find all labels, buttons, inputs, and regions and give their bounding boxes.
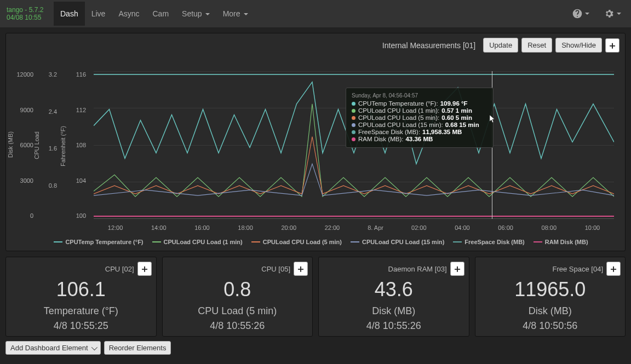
y-tick: 3.2 (38, 71, 57, 78)
card-label: Disk (MB) (480, 305, 621, 317)
card-time: 4/8 10:55:26 (323, 320, 464, 332)
x-tick: 16:00 (180, 224, 223, 231)
y-tick: 12000 (12, 71, 33, 78)
card-header: Daemon RAM [03] ＋ (323, 262, 464, 276)
y-tick: 9000 (12, 107, 33, 113)
y-tick: 0.8 (38, 182, 57, 189)
plus-icon: ＋ (452, 262, 462, 275)
nav-right (566, 4, 627, 24)
legend-item[interactable]: CPULoad CPU Load (5 min) (251, 239, 342, 245)
expand-card-button[interactable]: ＋ (450, 262, 464, 276)
add-element-label: Add Dashboard Element (10, 344, 88, 352)
chart-legend: CPUTemp Temperature (°F)CPULoad CPU Load… (12, 235, 619, 246)
expand-chart-button[interactable]: ＋ (605, 38, 619, 53)
card-value: 106.1 (10, 278, 152, 301)
chevron-down-icon (91, 344, 97, 350)
card-header: Free Space [04] ＋ (480, 262, 621, 276)
reset-button[interactable]: Reset (521, 38, 552, 53)
tab-setup[interactable]: Setup (175, 2, 216, 26)
chart-title: Internal Measurements [01] (382, 41, 475, 50)
gear-icon (604, 8, 615, 19)
showhide-button[interactable]: Show/Hide (555, 38, 602, 53)
x-tick: 20:00 (267, 224, 311, 231)
chart-panel: Internal Measurements [01] Update Reset … (5, 33, 626, 251)
legend-item[interactable]: CPULoad CPU Load (15 min) (351, 239, 444, 245)
expand-card-button[interactable]: ＋ (137, 262, 152, 276)
navbar: tango - 5.7.2 04/08 10:55 Dash Live Asyn… (0, 0, 631, 27)
card-time: 4/8 10:55:25 (10, 320, 152, 332)
metric-card: CPU [05] ＋ 0.8 CPU Load (5 min) 4/8 10:5… (162, 257, 313, 337)
y-axis-2: 3.2 2.4 1.6 0.8 (38, 71, 57, 219)
cards-row: CPU [02] ＋ 106.1 Temperature (°F) 4/8 10… (5, 257, 626, 337)
x-tick: 12:00 (94, 224, 137, 231)
plus-icon: ＋ (296, 262, 306, 275)
tooltip-row: RAM Disk (MB):43.36 MB (352, 136, 487, 142)
y-axis-3: 116 112 108 104 100 (64, 71, 86, 219)
y-tick: 100 (64, 212, 86, 219)
card-header: CPU [02] ＋ (10, 262, 152, 276)
tooltip-time: Sunday, Apr 8, 04:56-04:57 (352, 93, 487, 99)
tab-dash[interactable]: Dash (54, 2, 85, 26)
y-tick: 1.6 (38, 145, 57, 152)
metric-card: Daemon RAM [03] ＋ 43.6 Disk (MB) 4/8 10:… (318, 257, 469, 337)
card-label: Disk (MB) (323, 305, 464, 317)
card-time: 4/8 10:50:56 (480, 320, 621, 332)
y-tick: 108 (64, 142, 86, 148)
x-tick: 18:00 (224, 224, 267, 231)
tab-cam[interactable]: Cam (146, 2, 176, 26)
y-tick: 116 (64, 71, 86, 78)
card-title: CPU [05] (261, 265, 290, 273)
plus-icon: ＋ (607, 39, 617, 52)
legend-item[interactable]: CPUTemp Temperature (°F) (54, 239, 143, 245)
card-title: Daemon RAM [03] (388, 265, 447, 273)
legend-item[interactable]: CPULoad CPU Load (1 min) (152, 239, 243, 245)
card-value: 11965.0 (480, 278, 621, 301)
x-axis: 12:0014:0016:0018:0020:0022:008. Apr02:0… (94, 224, 614, 231)
y-tick: 2.4 (38, 108, 57, 115)
card-label: Temperature (°F) (10, 305, 152, 317)
card-value: 0.8 (167, 278, 308, 301)
expand-card-button[interactable]: ＋ (606, 262, 621, 276)
settings-button[interactable] (598, 4, 627, 24)
chevron-down-icon (617, 13, 621, 15)
expand-card-button[interactable]: ＋ (294, 262, 308, 276)
card-title: Free Space [04] (553, 265, 604, 273)
card-value: 43.6 (323, 278, 464, 301)
help-icon (572, 8, 583, 19)
y-tick: 0 (12, 212, 33, 219)
y-tick: 112 (64, 107, 86, 113)
nav-tabs: Dash Live Async Cam Setup More (54, 2, 255, 26)
legend-item[interactable]: FreeSpace Disk (MB) (453, 239, 524, 245)
add-element-dropdown[interactable]: Add Dashboard Element (5, 341, 101, 355)
tab-async[interactable]: Async (112, 2, 146, 26)
brand: tango - 5.7.2 04/08 10:55 (4, 6, 54, 22)
x-tick: 06:00 (484, 224, 527, 231)
tooltip-row: CPULoad CPU Load (1 min):0.57 1 min (352, 107, 487, 114)
reorder-elements-button[interactable]: Reorder Elements (104, 341, 171, 355)
x-tick: 04:00 (440, 224, 484, 231)
tooltip-row: FreeSpace Disk (MB):11,958.35 MB (352, 129, 487, 135)
x-tick: 14:00 (137, 224, 180, 231)
help-button[interactable] (566, 4, 595, 24)
chart-tooltip: Sunday, Apr 8, 04:56-04:57 CPUTemp Tempe… (346, 88, 494, 148)
tab-more[interactable]: More (216, 2, 255, 26)
tooltip-row: CPULoad CPU Load (15 min):0.68 15 min (352, 122, 487, 128)
tooltip-row: CPULoad CPU Load (5 min):0.60 5 min (352, 114, 487, 121)
y-axis-1: 12000 9000 6000 3000 0 (12, 71, 33, 219)
x-tick: 8. Apr (354, 224, 397, 231)
chart-body[interactable]: Disk (MB) CPU Load Fahrenheit (°F) 12000… (12, 55, 619, 235)
plus-icon: ＋ (140, 262, 150, 275)
metric-card: CPU [02] ＋ 106.1 Temperature (°F) 4/8 10… (5, 257, 157, 337)
brand-timestamp: 04/08 10:55 (7, 14, 49, 21)
bottom-bar: Add Dashboard Element Reorder Elements (5, 341, 626, 355)
y-tick: 104 (64, 177, 86, 184)
update-button[interactable]: Update (483, 38, 518, 53)
card-label: CPU Load (5 min) (167, 305, 308, 317)
y-tick: 3000 (12, 177, 33, 184)
tab-live[interactable]: Live (85, 2, 112, 26)
card-header: CPU [05] ＋ (167, 262, 308, 276)
brand-name: tango - 5.7.2 (7, 6, 49, 14)
plus-icon: ＋ (609, 262, 618, 275)
x-tick: 10:00 (571, 224, 614, 231)
legend-item[interactable]: RAM Disk (MB) (534, 239, 588, 245)
